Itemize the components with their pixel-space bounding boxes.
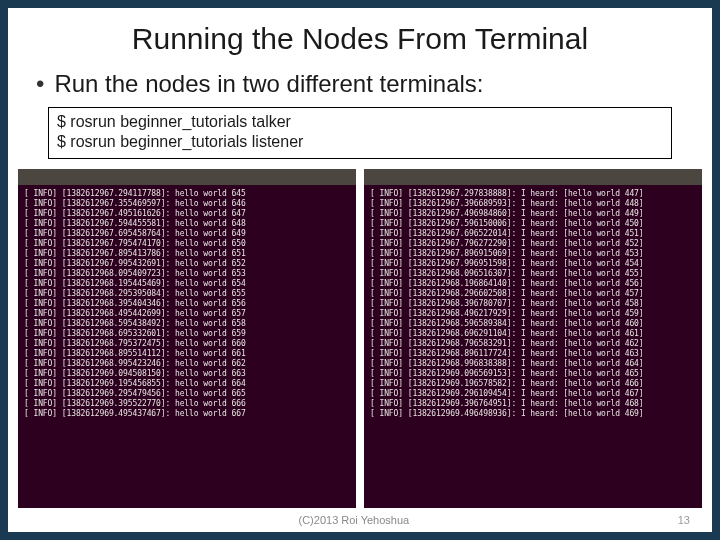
terminal-output-line: [ INFO] [1382612968.196864140]: I heard:…: [370, 279, 696, 289]
terminal-output-line: [ INFO] [1382612968.395404346]: hello wo…: [24, 299, 350, 309]
terminal-screenshots: roiyeho@ubuntu: ~ [ INFO] [1382612967.29…: [8, 169, 712, 508]
terminal-output-line: [ INFO] [1382612969.295479456]: hello wo…: [24, 389, 350, 399]
terminal-output-line: [ INFO] [1382612968.495442699]: hello wo…: [24, 309, 350, 319]
footer: (C)2013 Roi Yehoshua 13: [8, 508, 712, 532]
bullet-marker: •: [36, 70, 44, 99]
terminal-output-line: [ INFO] [1382612969.395522770]: hello wo…: [24, 399, 350, 409]
terminal-output-line: [ INFO] [1382612967.795474170]: hello wo…: [24, 239, 350, 249]
terminal-output-line: [ INFO] [1382612969.496498936]: I heard:…: [370, 409, 696, 419]
terminal-output-line: [ INFO] [1382612967.496984860]: I heard:…: [370, 209, 696, 219]
terminal-output-line: [ INFO] [1382612968.795372475]: hello wo…: [24, 339, 350, 349]
terminal-output-line: [ INFO] [1382612967.294117788]: hello wo…: [24, 189, 350, 199]
terminal-output-line: [ INFO] [1382612969.396764951]: I heard:…: [370, 399, 696, 409]
terminal-output-line: [ INFO] [1382612967.895413786]: hello wo…: [24, 249, 350, 259]
terminal-output-line: [ INFO] [1382612969.196578582]: I heard:…: [370, 379, 696, 389]
terminal-title-left: roiyeho@ubuntu: ~: [68, 171, 136, 180]
terminal-output-line: [ INFO] [1382612969.094508150]: hello wo…: [24, 369, 350, 379]
terminal-output-line: [ INFO] [1382612967.495161626]: hello wo…: [24, 209, 350, 219]
terminal-output-line: [ INFO] [1382612968.895514112]: hello wo…: [24, 349, 350, 359]
slide: Running the Nodes From Terminal • Run th…: [8, 8, 712, 532]
terminal-output-line: [ INFO] [1382612967.596150006]: I heard:…: [370, 219, 696, 229]
command-line-1: $ rosrun beginner_tutorials talker: [57, 112, 663, 132]
page-number: 13: [678, 514, 690, 526]
terminal-output-line: [ INFO] [1382612967.297838888]: I heard:…: [370, 189, 696, 199]
terminal-output-line: [ INFO] [1382612969.195456855]: hello wo…: [24, 379, 350, 389]
copyright: (C)2013 Roi Yehoshua: [30, 514, 678, 526]
terminal-output-line: [ INFO] [1382612968.995423246]: hello wo…: [24, 359, 350, 369]
terminal-output-line: [ INFO] [1382612968.296602508]: I heard:…: [370, 289, 696, 299]
terminal-left-body: [ INFO] [1382612967.294117788]: hello wo…: [24, 189, 350, 419]
terminal-right-body: [ INFO] [1382612967.297838888]: I heard:…: [370, 189, 696, 419]
terminal-output-line: [ INFO] [1382612967.396689593]: I heard:…: [370, 199, 696, 209]
window-controls: [24, 172, 56, 180]
command-line-2: $ rosrun beginner_tutorials listener: [57, 132, 663, 152]
terminal-output-line: [ INFO] [1382612968.095409723]: hello wo…: [24, 269, 350, 279]
bullet-text: Run the nodes in two different terminals…: [54, 70, 483, 99]
terminal-output-line: [ INFO] [1382612969.096569153]: I heard:…: [370, 369, 696, 379]
terminal-output-line: [ INFO] [1382612968.996838388]: I heard:…: [370, 359, 696, 369]
terminal-output-line: [ INFO] [1382612969.495437467]: hello wo…: [24, 409, 350, 419]
terminal-output-line: [ INFO] [1382612968.496217929]: I heard:…: [370, 309, 696, 319]
terminal-output-line: [ INFO] [1382612968.595438492]: hello wo…: [24, 319, 350, 329]
terminal-output-line: [ INFO] [1382612968.896117724]: I heard:…: [370, 349, 696, 359]
window-controls: [370, 172, 402, 180]
slide-title: Running the Nodes From Terminal: [8, 8, 712, 64]
terminal-output-line: [ INFO] [1382612968.396780707]: I heard:…: [370, 299, 696, 309]
terminal-output-line: [ INFO] [1382612968.195445469]: hello wo…: [24, 279, 350, 289]
terminal-talker: roiyeho@ubuntu: ~ [ INFO] [1382612967.29…: [18, 169, 356, 508]
terminal-output-line: [ INFO] [1382612968.796583291]: I heard:…: [370, 339, 696, 349]
terminal-output-line: [ INFO] [1382612967.896915069]: I heard:…: [370, 249, 696, 259]
terminal-listener: roiyeho@ubuntu: ~ [ INFO] [1382612967.29…: [364, 169, 702, 508]
terminal-output-line: [ INFO] [1382612967.594455581]: hello wo…: [24, 219, 350, 229]
terminal-output-line: [ INFO] [1382612968.696291104]: I heard:…: [370, 329, 696, 339]
terminal-output-line: [ INFO] [1382612967.796272290]: I heard:…: [370, 239, 696, 249]
terminal-output-line: [ INFO] [1382612967.355469597]: hello wo…: [24, 199, 350, 209]
terminal-output-line: [ INFO] [1382612967.995432691]: hello wo…: [24, 259, 350, 269]
terminal-output-line: [ INFO] [1382612967.695458764]: hello wo…: [24, 229, 350, 239]
terminal-output-line: [ INFO] [1382612968.096516307]: I heard:…: [370, 269, 696, 279]
terminal-output-line: [ INFO] [1382612968.596589384]: I heard:…: [370, 319, 696, 329]
terminal-output-line: [ INFO] [1382612967.996951598]: I heard:…: [370, 259, 696, 269]
terminal-output-line: [ INFO] [1382612968.695332601]: hello wo…: [24, 329, 350, 339]
command-box: $ rosrun beginner_tutorials talker $ ros…: [48, 107, 672, 159]
bullet-row: • Run the nodes in two different termina…: [8, 64, 712, 107]
terminal-output-line: [ INFO] [1382612968.295395084]: hello wo…: [24, 289, 350, 299]
terminal-title-right: roiyeho@ubuntu: ~: [414, 171, 482, 180]
terminal-output-line: [ INFO] [1382612969.296109454]: I heard:…: [370, 389, 696, 399]
terminal-output-line: [ INFO] [1382612967.696522014]: I heard:…: [370, 229, 696, 239]
